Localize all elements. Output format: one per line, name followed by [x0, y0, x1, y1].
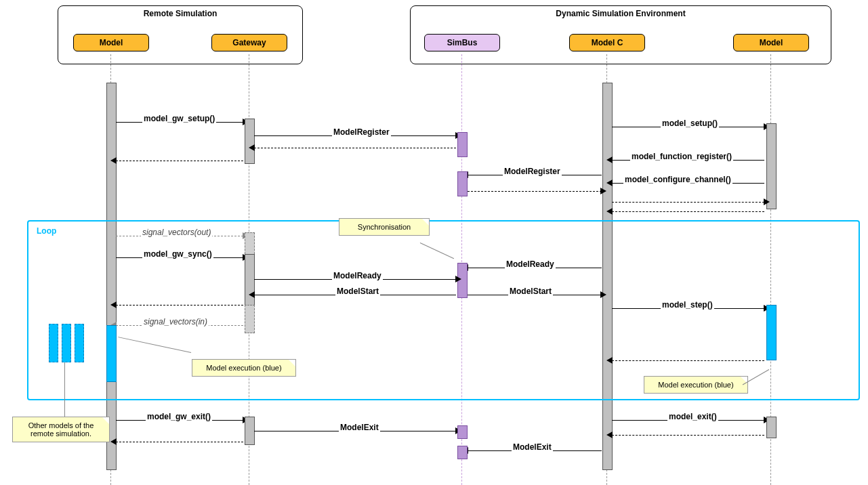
- lbl-svi: signal_vectors(in): [142, 317, 209, 326]
- act-sb-5: [457, 446, 468, 459]
- act-sb-2: [457, 171, 468, 196]
- lbl-start1: ModelStart: [335, 287, 380, 296]
- group-remote-title: Remote Simulation: [58, 6, 302, 21]
- lbl-cfgch: model_configure_channel(): [623, 175, 732, 184]
- lbl-mexit1: ModelExit: [339, 423, 380, 432]
- ret-sync: [116, 305, 243, 305]
- other-models-bars: [49, 324, 84, 362]
- act-mr-1: [766, 123, 777, 209]
- act-gw-3: [245, 417, 255, 445]
- lbl-gw-setup: model_gw_setup(): [142, 114, 216, 123]
- lbl-ready1: ModelReady: [332, 271, 383, 280]
- act-mr-3: [766, 417, 777, 438]
- note-exec-l: Model execution (blue): [192, 359, 296, 377]
- participant-simbus: SimBus: [424, 34, 500, 51]
- act-sb-1: [457, 132, 468, 157]
- ret-mexit: [612, 435, 764, 436]
- act-gw-1: [245, 119, 255, 164]
- note-other: Other models of the remote simulation.: [12, 417, 110, 442]
- participant-gateway: Gateway: [211, 34, 287, 51]
- lbl-reg1: ModelRegister: [332, 127, 391, 137]
- lbl-setup: model_setup(): [661, 119, 719, 128]
- ret-gwexit: [116, 442, 243, 442]
- lbl-freg: model_function_register(): [630, 152, 733, 161]
- sequence-diagram: Remote Simulation Dynamic Simulation Env…: [0, 0, 868, 485]
- participant-model-c: Model C: [569, 34, 645, 51]
- act-ml-exec: [106, 325, 117, 382]
- ret-setup: [612, 211, 764, 212]
- act-sb-4: [457, 425, 468, 439]
- ret-step: [612, 360, 764, 361]
- lbl-reg2: ModelRegister: [503, 167, 562, 176]
- lbl-step: model_step(): [661, 300, 714, 310]
- lbl-ready2: ModelReady: [505, 259, 556, 269]
- loop-label: Loop: [33, 225, 60, 237]
- participant-model-right: Model: [733, 34, 809, 51]
- lbl-start2: ModelStart: [508, 287, 553, 296]
- ret-reg2: [468, 191, 602, 192]
- note-sync: Synchronisation: [339, 218, 430, 236]
- ret-gw1: [116, 161, 243, 161]
- lbl-mexit2: ModelExit: [512, 442, 553, 452]
- act-gw-2: [245, 254, 255, 306]
- ret-cfg: [612, 202, 764, 203]
- act-mr-step: [766, 305, 777, 360]
- act-gw-2b: [245, 305, 255, 333]
- lbl-gwexit: model_gw_exit(): [146, 412, 212, 421]
- lbl-mexit: model_exit(): [667, 412, 718, 421]
- group-dse-title: Dynamic Simulation Environment: [411, 6, 831, 21]
- ret-reg1: [254, 148, 456, 148]
- lbl-svo: signal_vectors(out): [141, 228, 212, 237]
- participant-model-left: Model: [73, 34, 149, 51]
- lbl-sync: model_gw_sync(): [142, 249, 213, 259]
- loop-box: [27, 220, 860, 400]
- note-exec-r: Model execution (blue): [644, 376, 748, 394]
